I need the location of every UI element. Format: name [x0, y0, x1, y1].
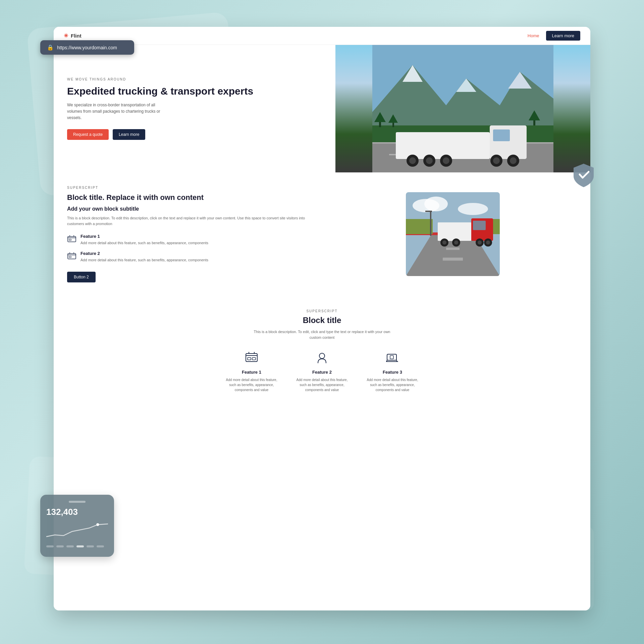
chart-dot-1: [46, 545, 54, 547]
lock-icon: 🔒: [47, 44, 54, 51]
feature1-item: Feature 1 Add more detail about this fea…: [67, 234, 315, 246]
feature-col-1-desc: Add more detail about this feature, such…: [225, 377, 278, 392]
svg-point-62: [319, 353, 325, 359]
hero-image: [335, 45, 590, 172]
feature1-title: Feature 1: [80, 234, 208, 239]
hero-section: WE MOVE THINGS AROUND Expedited trucking…: [54, 45, 590, 172]
request-quote-button[interactable]: Request a quote: [67, 129, 109, 140]
feature-col-3-icon: [386, 351, 399, 364]
chart-svg: [46, 521, 108, 541]
card-handle: [69, 501, 86, 503]
block1-button[interactable]: Button 2: [67, 272, 96, 282]
svg-point-37: [424, 197, 448, 211]
svg-rect-60: [248, 358, 251, 360]
block2-title: Block title: [67, 316, 577, 325]
feature-col-3-desc: Add more detail about this feature, such…: [366, 377, 419, 392]
hero-learn-more-button[interactable]: Learn more: [113, 129, 145, 140]
block-left: SUPERSCRIPT Block title. Replace it with…: [67, 186, 315, 282]
feature1-text: Feature 1 Add more detail about this fea…: [80, 234, 208, 246]
url-bar[interactable]: 🔒 https://www.yourdomain.com: [40, 40, 134, 55]
feature2-title: Feature 2: [80, 251, 208, 256]
analytics-number: 132,403: [46, 507, 108, 517]
svg-rect-63: [387, 354, 396, 360]
svg-point-54: [454, 240, 458, 245]
block1-title: Block title. Replace it with own content: [67, 193, 315, 203]
svg-point-52: [442, 240, 446, 245]
logo-text: Flint: [71, 33, 82, 39]
hero-description: We specialize in cross-border transporta…: [67, 102, 168, 121]
svg-rect-46: [430, 211, 431, 236]
svg-rect-48: [438, 222, 471, 241]
nav-bar: ✳ Flint Home Learn more: [54, 27, 590, 45]
feature2-item: Feature 2 Add more detail about this fea…: [67, 251, 315, 263]
nav-links: Home Learn more: [528, 31, 580, 41]
feature-col-2-title: Feature 2: [295, 370, 349, 375]
block1-description: This is a block description. To edit thi…: [67, 215, 315, 227]
svg-rect-50: [473, 221, 486, 230]
svg-point-38: [458, 203, 488, 215]
nav-logo: ✳ Flint: [64, 33, 528, 39]
chart-dot-3: [66, 545, 74, 547]
feature-col-3-title: Feature 3: [366, 370, 419, 375]
svg-point-58: [486, 240, 490, 245]
chart-dot-5: [87, 545, 94, 547]
svg-rect-47: [425, 211, 432, 212]
svg-point-30: [510, 157, 517, 164]
block-right: [329, 186, 577, 282]
hero-left: WE MOVE THINGS AROUND Expedited trucking…: [54, 45, 335, 172]
block1-image: [406, 192, 500, 276]
block2-superscript: SUPERSCRIPT: [67, 309, 577, 313]
svg-rect-44: [406, 219, 433, 234]
feature-col-2-icon: [315, 351, 329, 364]
logo-icon: ✳: [64, 33, 68, 39]
svg-rect-41: [446, 248, 460, 250]
svg-rect-65: [390, 356, 393, 359]
svg-rect-34: [69, 256, 71, 258]
svg-point-0: [96, 523, 99, 526]
chart-dot-2: [56, 545, 64, 547]
hero-right: [335, 45, 590, 172]
block2-description: This is a block description. To edit, cl…: [252, 329, 392, 341]
security-badge: [570, 161, 597, 188]
website-content: ✳ Flint Home Learn more WE MOVE THINGS A…: [54, 27, 590, 610]
feature2-desc: Add more detail about this feature, such…: [80, 257, 208, 263]
svg-point-26: [443, 157, 449, 164]
svg-rect-20: [493, 129, 510, 141]
feature-col-1-icon: [245, 351, 258, 364]
chart-dot-4: [76, 545, 84, 547]
block-section-2: SUPERSCRIPT Block title This is a block …: [54, 296, 590, 402]
block1-superscript: SUPERSCRIPT: [67, 186, 315, 190]
feature1-icon: [67, 234, 76, 244]
svg-point-22: [409, 157, 416, 164]
feature-col-3: Feature 3 Add more detail about this fea…: [366, 351, 419, 392]
hero-title: Expedited trucking & transport experts: [67, 85, 322, 97]
nav-home-link[interactable]: Home: [528, 33, 539, 38]
svg-rect-42: [443, 258, 463, 261]
svg-rect-18: [396, 132, 490, 159]
chart-dots: [46, 545, 108, 547]
nav-learn-more-button[interactable]: Learn more: [546, 31, 580, 41]
feature-col-2: Feature 2 Add more detail about this fea…: [295, 351, 349, 392]
chart-dot-6: [97, 545, 104, 547]
svg-point-28: [493, 157, 500, 164]
feature1-desc: Add more detail about this feature, such…: [80, 240, 208, 246]
hero-superscript: WE MOVE THINGS AROUND: [67, 77, 322, 81]
block1-subtitle: Add your own block subtitle: [67, 206, 315, 212]
svg-rect-61: [252, 358, 256, 360]
svg-point-24: [426, 157, 433, 164]
svg-rect-32: [69, 239, 71, 240]
feature-col-1-title: Feature 1: [225, 370, 278, 375]
svg-point-56: [478, 240, 482, 245]
feature-col-2-desc: Add more detail about this feature, such…: [295, 377, 349, 392]
feature2-text: Feature 2 Add more detail about this fea…: [80, 251, 208, 263]
analytics-card: 132,403: [40, 495, 114, 557]
hero-buttons: Request a quote Learn more: [67, 129, 322, 140]
browser-window: ✳ Flint Home Learn more WE MOVE THINGS A…: [54, 27, 590, 610]
features-grid: Feature 1 Add more detail about this fea…: [67, 351, 577, 392]
block-section-1: SUPERSCRIPT Block title. Replace it with…: [54, 172, 590, 296]
feature-col-1: Feature 1 Add more detail about this fea…: [225, 351, 278, 392]
feature2-icon: [67, 252, 76, 261]
url-text: https://www.yourdomain.com: [57, 45, 117, 50]
